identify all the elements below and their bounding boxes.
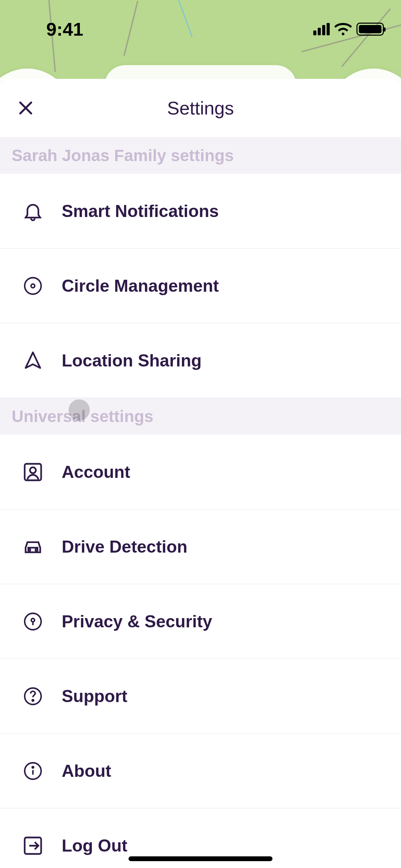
status-icons <box>313 23 384 36</box>
item-label: Drive Detection <box>62 537 187 557</box>
lock-icon <box>22 611 44 632</box>
settings-item-account[interactable]: Account <box>0 435 401 509</box>
item-label: Account <box>62 462 130 482</box>
settings-sheet: Settings Sarah Jonas Family settings Sma… <box>0 79 401 868</box>
svg-point-1 <box>31 284 35 288</box>
settings-item-smart-notifications[interactable]: Smart Notifications <box>0 174 401 249</box>
battery-icon <box>356 23 384 36</box>
help-icon <box>22 685 44 707</box>
bell-icon <box>22 200 44 222</box>
location-arrow-icon <box>22 350 44 372</box>
status-time: 9:41 <box>46 19 83 40</box>
settings-item-circle-management[interactable]: Circle Management <box>0 249 401 323</box>
sheet-header: Settings <box>0 79 401 137</box>
settings-item-privacy-security[interactable]: Privacy & Security <box>0 584 401 659</box>
svg-point-4 <box>28 549 30 551</box>
svg-point-3 <box>30 467 36 473</box>
page-title: Settings <box>0 97 401 119</box>
svg-point-7 <box>31 618 35 622</box>
item-label: About <box>62 761 111 781</box>
settings-item-about[interactable]: About <box>0 734 401 808</box>
settings-item-drive-detection[interactable]: Drive Detection <box>0 509 401 584</box>
section-header-universal: Universal settings <box>0 398 401 435</box>
cellular-signal-icon <box>313 23 330 35</box>
settings-item-location-sharing[interactable]: Location Sharing <box>0 323 401 398</box>
svg-point-5 <box>35 549 37 551</box>
settings-item-support[interactable]: Support <box>0 659 401 734</box>
circle-icon <box>22 275 44 297</box>
svg-point-11 <box>32 767 34 768</box>
item-label: Smart Notifications <box>62 201 219 221</box>
status-bar: 9:41 <box>0 0 401 48</box>
item-label: Privacy & Security <box>62 612 212 631</box>
logout-icon <box>22 835 44 857</box>
item-label: Circle Management <box>62 276 219 296</box>
car-icon <box>22 536 44 558</box>
item-label: Log Out <box>62 836 127 856</box>
svg-point-0 <box>25 278 41 294</box>
section-header-family: Sarah Jonas Family settings <box>0 137 401 174</box>
item-label: Location Sharing <box>62 351 202 371</box>
svg-point-9 <box>32 699 34 701</box>
home-indicator[interactable] <box>129 856 272 861</box>
close-icon <box>17 100 34 116</box>
account-icon <box>22 461 44 483</box>
item-label: Support <box>62 686 127 706</box>
info-icon <box>22 760 44 782</box>
wifi-icon <box>335 23 352 35</box>
close-button[interactable] <box>17 99 34 117</box>
